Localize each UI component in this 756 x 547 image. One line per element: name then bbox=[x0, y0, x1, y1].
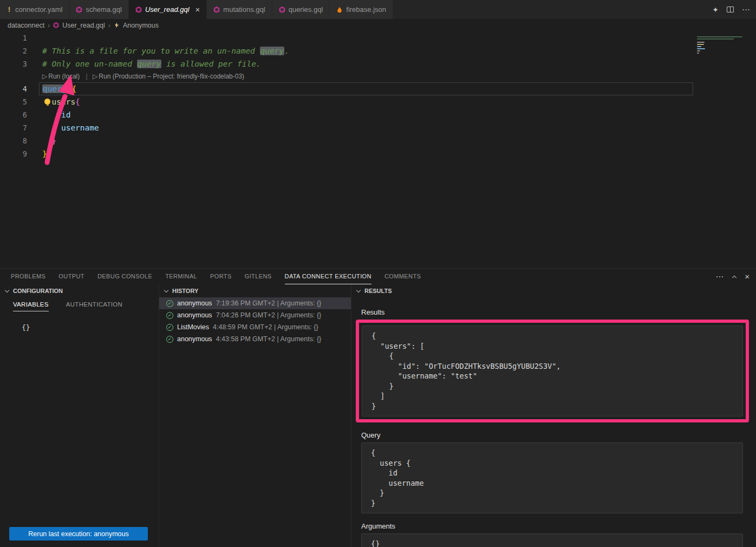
panel-tab-comments[interactable]: COMMENTS bbox=[384, 269, 421, 284]
history-item-meta: 7:04:26 PM GMT+2 | Arguments: {} bbox=[216, 311, 322, 319]
graphql-icon bbox=[213, 6, 220, 13]
more-actions-icon[interactable]: ⋯ bbox=[742, 5, 751, 15]
editor-actions: ✦ ⋯ bbox=[712, 0, 751, 19]
tab-firebase-json[interactable]: firebase.json bbox=[330, 0, 393, 19]
code-token: } bbox=[42, 136, 56, 145]
code-line-2[interactable]: 2 # This is a file for you to write an u… bbox=[0, 44, 756, 57]
chevron-down-icon bbox=[356, 288, 361, 294]
code-line-5[interactable]: 5 users{ bbox=[0, 95, 756, 108]
tab-connector-yaml[interactable]: ! connector.yaml bbox=[0, 0, 69, 19]
play-icon: ▷ bbox=[42, 73, 47, 80]
breadcrumb-folder[interactable]: dataconnect bbox=[8, 22, 44, 29]
configuration-tabs: VARIABLES AUTHENTICATION bbox=[0, 297, 159, 311]
line-number: 5 bbox=[0, 95, 27, 108]
panel-body: CONFIGURATION VARIABLES AUTHENTICATION {… bbox=[0, 284, 756, 547]
minimap-mark bbox=[697, 46, 701, 47]
tab-authentication[interactable]: AUTHENTICATION bbox=[66, 301, 122, 311]
history-item[interactable]: ✓ anonymous 7:19:36 PM GMT+2 | Arguments… bbox=[159, 297, 351, 309]
breadcrumb-symbol[interactable]: Anonymous bbox=[123, 22, 159, 29]
history-section: HISTORY ✓ anonymous 7:19:36 PM GMT+2 | A… bbox=[159, 284, 351, 547]
graphql-icon bbox=[135, 6, 142, 13]
tab-label: firebase.json bbox=[346, 5, 386, 14]
tab-mutations-gql[interactable]: mutations.gql bbox=[207, 0, 272, 19]
panel-tab-data-connect-execution[interactable]: DATA CONNECT EXECUTION bbox=[285, 269, 372, 284]
chevron-down-icon bbox=[4, 288, 10, 294]
yaml-file-icon: ! bbox=[6, 6, 12, 14]
line-number: 8 bbox=[0, 134, 27, 147]
code-editor[interactable]: 1 2 # This is a file for you to write an… bbox=[0, 31, 756, 268]
close-tab-icon[interactable]: × bbox=[195, 5, 200, 14]
history-item-name: ListMovies bbox=[177, 323, 209, 331]
rerun-last-execution-button[interactable]: Rerun last execution: anonymous bbox=[9, 527, 148, 541]
configuration-header[interactable]: CONFIGURATION bbox=[0, 284, 159, 297]
panel-tab-gitlens[interactable]: GITLENS bbox=[245, 269, 272, 284]
results-header-label: RESULTS bbox=[364, 288, 392, 294]
split-editor-icon[interactable] bbox=[727, 6, 734, 12]
tab-label: schema.gql bbox=[86, 5, 121, 14]
code-token: is allowed per file. bbox=[161, 60, 260, 68]
check-circle-icon: ✓ bbox=[166, 312, 173, 319]
results-label: Results bbox=[361, 308, 756, 316]
minimap-mark bbox=[697, 42, 705, 43]
code-line-7[interactable]: 7 username bbox=[0, 121, 756, 134]
code-line-6[interactable]: 6 id bbox=[0, 108, 756, 121]
minimap-mark bbox=[697, 53, 699, 54]
panel-tab-debug-console[interactable]: DEBUG CONSOLE bbox=[97, 269, 152, 284]
history-item-meta: 7:19:36 PM GMT+2 | Arguments: {} bbox=[216, 299, 322, 307]
run-local-link[interactable]: ▷Run (local) bbox=[42, 73, 81, 80]
close-panel-icon[interactable]: × bbox=[745, 272, 750, 281]
line-number: 2 bbox=[0, 44, 27, 57]
history-item-name: anonymous bbox=[177, 335, 212, 343]
minimap-mark bbox=[697, 50, 700, 51]
history-item-name: anonymous bbox=[177, 311, 212, 319]
code-line-9[interactable]: 9 } bbox=[0, 147, 756, 160]
panel-tab-output[interactable]: OUTPUT bbox=[58, 269, 84, 284]
chevron-up-icon[interactable] bbox=[732, 274, 737, 279]
results-header[interactable]: RESULTS bbox=[351, 284, 756, 297]
code-token: . bbox=[284, 47, 289, 55]
line-number: 6 bbox=[0, 108, 27, 121]
more-actions-icon[interactable]: ⋯ bbox=[715, 272, 724, 282]
history-item-meta: 4:48:59 PM GMT+2 | Arguments: {} bbox=[213, 323, 318, 331]
tab-label: mutations.gql bbox=[223, 5, 265, 14]
run-production-link[interactable]: ▷Run (Production – Project: friendly-fli… bbox=[93, 73, 245, 80]
query-label: Query bbox=[361, 431, 756, 439]
tab-queries-gql[interactable]: queries.gql bbox=[272, 0, 330, 19]
chevron-right-icon: › bbox=[108, 22, 110, 29]
history-item[interactable]: ✓ anonymous 4:43:58 PM GMT+2 | Arguments… bbox=[159, 333, 351, 345]
configuration-header-label: CONFIGURATION bbox=[13, 288, 63, 294]
history-header[interactable]: HISTORY bbox=[159, 284, 351, 297]
minimap[interactable] bbox=[696, 33, 754, 98]
bottom-panel: PROBLEMS OUTPUT DEBUG CONSOLE TERMINAL P… bbox=[0, 268, 756, 547]
tab-schema-gql[interactable]: schema.gql bbox=[69, 0, 128, 19]
code-line-8[interactable]: 8 } bbox=[0, 134, 756, 147]
code-token-id-field: id bbox=[42, 110, 70, 119]
breadcrumb-file[interactable]: User_read.gql bbox=[62, 22, 105, 29]
breadcrumb: dataconnect › User_read.gql › Anonymous bbox=[0, 19, 756, 31]
history-item-name: anonymous bbox=[177, 299, 212, 307]
tab-user-read-gql[interactable]: User_read.gql × bbox=[129, 0, 207, 19]
history-item[interactable]: ✓ ListMovies 4:48:59 PM GMT+2 | Argument… bbox=[159, 321, 351, 333]
chevron-right-icon: › bbox=[48, 22, 50, 29]
history-item[interactable]: ✓ anonymous 7:04:26 PM GMT+2 | Arguments… bbox=[159, 309, 351, 321]
panel-tab-problems[interactable]: PROBLEMS bbox=[11, 269, 45, 284]
variables-value[interactable]: {} bbox=[22, 323, 159, 331]
code-line-4[interactable]: 4 query { bbox=[0, 82, 756, 95]
code-line-3[interactable]: 3 # Only one un-named query is allowed p… bbox=[0, 57, 756, 70]
line-number: 4 bbox=[0, 82, 27, 95]
line-number: 7 bbox=[0, 121, 27, 134]
panel-tab-terminal[interactable]: TERMINAL bbox=[165, 269, 197, 284]
code-token: # This is a file for you to write an un-… bbox=[42, 47, 260, 55]
code-token-query-keyword: query bbox=[42, 84, 67, 93]
panel-tab-ports[interactable]: PORTS bbox=[210, 269, 232, 284]
results-json: { "users": [ { "id": "OrTucFODZHTksvBSBU… bbox=[362, 325, 743, 416]
line-number: 9 bbox=[0, 147, 27, 160]
minimap-mark bbox=[697, 36, 742, 37]
minimap-mark bbox=[697, 48, 705, 49]
codelens-separator: | bbox=[86, 73, 88, 80]
chevron-down-icon bbox=[164, 288, 169, 294]
tab-variables[interactable]: VARIABLES bbox=[13, 301, 49, 311]
copilot-sparkle-icon[interactable]: ✦ bbox=[712, 5, 719, 14]
code-line-1[interactable]: 1 bbox=[0, 31, 756, 44]
lightbulb-icon[interactable] bbox=[44, 99, 50, 105]
